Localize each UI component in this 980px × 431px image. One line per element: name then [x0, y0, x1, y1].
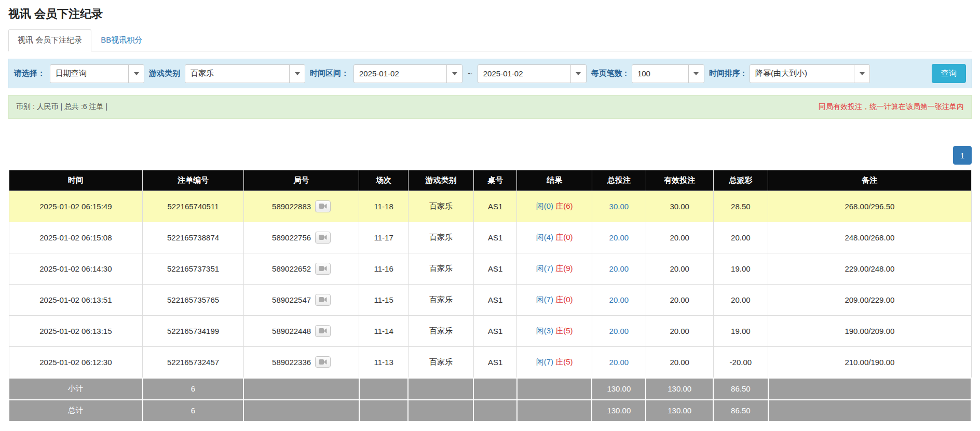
cell-payout: 19.00 — [713, 316, 768, 347]
summary-bar: 币别 : 人民币 | 总共 :6 注单 | 同局有效投注，统一计算在该局第一张注… — [8, 95, 972, 119]
total-count: 6 — [143, 400, 244, 422]
result-player: 闲(7) — [536, 264, 553, 273]
cell-time: 2025-01-02 06:12:30 — [9, 347, 143, 378]
pagination: 1 — [8, 146, 972, 165]
subtotal-row: 小计 6 130.00 130.00 86.50 — [9, 378, 971, 400]
cell-remark: 209.00/229.00 — [768, 285, 971, 316]
cell-time: 2025-01-02 06:15:49 — [9, 191, 143, 222]
pagination-page-1[interactable]: 1 — [953, 146, 972, 165]
result-player: 闲(4) — [536, 233, 553, 241]
cell-remark: 229.00/248.00 — [768, 253, 971, 285]
cell-remark: 210.00/190.00 — [768, 347, 971, 378]
round-id-text: 589022336 — [272, 358, 311, 367]
total-bet-link[interactable]: 20.00 — [609, 264, 629, 273]
round-id-text: 589022652 — [272, 264, 311, 273]
page-size-label: 每页笔数 : — [591, 69, 627, 78]
search-button[interactable]: 查询 — [932, 64, 966, 83]
empty-cell — [768, 378, 971, 400]
table-row: 2025-01-02 06:14:30522165737351589022652… — [9, 253, 971, 285]
video-replay-button[interactable] — [315, 356, 331, 368]
cell-time: 2025-01-02 06:14:30 — [9, 253, 143, 285]
cell-bet-id: 522165740511 — [143, 191, 244, 222]
video-replay-button[interactable] — [315, 294, 331, 305]
header-table-no: 桌号 — [473, 170, 516, 191]
cell-table-no: AS1 — [473, 285, 516, 316]
date-from-select[interactable]: 2025-01-02 — [353, 64, 462, 83]
cell-round-id: 589022547 — [243, 285, 359, 316]
header-remark: 备注 — [768, 170, 971, 191]
time-sort-select[interactable]: 降幂(由大到小) — [750, 64, 870, 83]
cell-session: 11-14 — [359, 316, 409, 347]
cell-table-no: AS1 — [473, 316, 516, 347]
cell-game-type: 百家乐 — [408, 347, 473, 378]
currency-total-summary: 币别 : 人民币 | 总共 :6 注单 | — [16, 102, 107, 112]
table-row: 2025-01-02 06:12:30522165732457589022336… — [9, 347, 971, 378]
cell-table-no: AS1 — [473, 191, 516, 222]
cell-session: 11-16 — [359, 253, 409, 285]
cell-payout: -20.00 — [713, 347, 768, 378]
page-size-select[interactable]: 100 — [632, 64, 704, 83]
total-bet-link[interactable]: 20.00 — [609, 358, 629, 367]
cell-round-id: 589022652 — [243, 253, 359, 285]
header-time: 时间 — [9, 170, 143, 191]
cell-total-bet: 20.00 — [592, 347, 646, 378]
cell-round-id: 589022336 — [243, 347, 359, 378]
cell-game-type: 百家乐 — [408, 253, 473, 285]
header-total-bet: 总投注 — [592, 170, 646, 191]
header-session: 场次 — [359, 170, 409, 191]
chevron-down-icon[interactable] — [446, 65, 462, 83]
total-bet-link[interactable]: 30.00 — [609, 202, 629, 211]
video-replay-button[interactable] — [315, 263, 331, 274]
round-id-text: 589022448 — [272, 327, 311, 335]
result-player: 闲(0) — [536, 201, 553, 210]
date-range-tilde: ~ — [467, 69, 473, 78]
chevron-down-icon[interactable] — [854, 65, 869, 83]
tab-bb-video-points[interactable]: BB视讯积分 — [91, 29, 152, 51]
table-row: 2025-01-02 06:13:51522165735765589022547… — [9, 285, 971, 316]
total-bet-link[interactable]: 20.00 — [609, 233, 629, 242]
chevron-down-icon[interactable] — [688, 65, 704, 83]
table-row: 2025-01-02 06:13:15522165734199589022448… — [9, 316, 971, 347]
cell-time: 2025-01-02 06:13:15 — [9, 316, 143, 347]
cell-game-type: 百家乐 — [408, 191, 473, 222]
video-replay-icon — [319, 359, 327, 367]
table-row: 2025-01-02 06:15:08522165738874589022756… — [9, 222, 971, 253]
chevron-down-icon[interactable] — [570, 65, 586, 83]
time-sort-value: 降幂(由大到小) — [750, 65, 854, 83]
page-title: 视讯 会员下注纪录 — [8, 6, 972, 22]
date-to-select[interactable]: 2025-01-02 — [478, 64, 587, 83]
date-query-select[interactable]: 日期查询 — [50, 64, 144, 83]
cell-valid-bet: 20.00 — [646, 222, 713, 253]
video-replay-button[interactable] — [315, 232, 331, 243]
total-row: 总计 6 130.00 130.00 86.50 — [9, 400, 971, 422]
tab-betting-records[interactable]: 视讯 会员下注纪录 — [8, 29, 91, 51]
date-to-value: 2025-01-02 — [478, 65, 570, 83]
cell-bet-id: 522165737351 — [143, 253, 244, 285]
tab-bar: 视讯 会员下注纪录 BB视讯积分 — [8, 29, 972, 51]
cell-remark: 190.00/209.00 — [768, 316, 971, 347]
subtotal-valid-bet: 130.00 — [646, 378, 713, 400]
cell-payout: 28.50 — [713, 191, 768, 222]
cell-time: 2025-01-02 06:15:08 — [9, 222, 143, 253]
video-replay-button[interactable] — [315, 325, 331, 336]
cell-valid-bet: 20.00 — [646, 316, 713, 347]
cell-remark: 268.00/296.50 — [768, 191, 971, 222]
chevron-down-icon[interactable] — [128, 65, 144, 83]
video-replay-button[interactable] — [315, 200, 331, 212]
total-bet-link[interactable]: 20.00 — [609, 327, 629, 335]
header-game-type: 游戏类别 — [408, 170, 473, 191]
game-type-select[interactable]: 百家乐 — [185, 64, 305, 83]
result-banker: 庄(5) — [555, 326, 573, 335]
filter-bar: 请选择： 日期查询 游戏类别 百家乐 时间区间： 2025-01-02 ~ 20… — [8, 59, 972, 88]
cell-result: 闲(7) 庄(0) — [517, 285, 592, 316]
cell-session: 11-18 — [359, 191, 409, 222]
empty-cell — [473, 378, 516, 400]
betting-records-table: 时间 注单编号 局号 场次 游戏类别 桌号 结果 总投注 有效投注 总派彩 备注… — [8, 170, 972, 422]
cell-session: 11-17 — [359, 222, 409, 253]
total-bet-link[interactable]: 20.00 — [609, 295, 629, 304]
total-label: 总计 — [9, 400, 143, 422]
round-id-text: 589022883 — [272, 202, 311, 211]
cell-result: 闲(4) 庄(0) — [517, 222, 592, 253]
chevron-down-icon[interactable] — [289, 65, 305, 83]
cell-result: 闲(7) 庄(5) — [517, 347, 592, 378]
